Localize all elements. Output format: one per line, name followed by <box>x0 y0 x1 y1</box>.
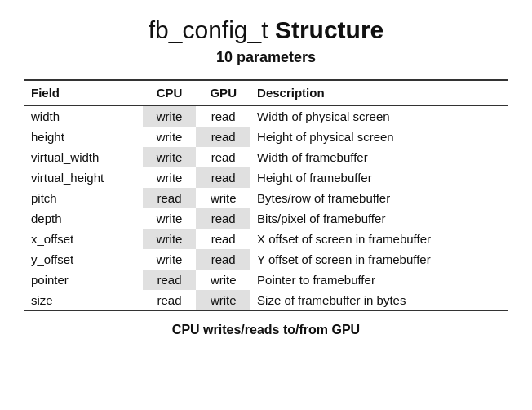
cell-desc: Bits/pixel of framebuffer <box>250 208 508 229</box>
cell-gpu: read <box>196 105 250 127</box>
cell-field: virtual_width <box>24 147 143 167</box>
cell-cpu: write <box>143 147 197 167</box>
cell-gpu: read <box>196 127 250 147</box>
cell-desc: Pointer to framebuffer <box>250 270 508 290</box>
params-table: Field CPU GPU Description widthwriteread… <box>24 81 508 310</box>
cell-field: height <box>24 127 143 147</box>
cell-desc: Bytes/row of framebuffer <box>250 188 508 208</box>
subtitle: 10 parameters <box>216 49 316 66</box>
cell-field: y_offset <box>24 249 143 270</box>
title-bold: Structure <box>275 16 383 43</box>
cell-gpu: read <box>196 229 250 249</box>
cell-gpu: write <box>196 270 250 290</box>
cell-field: depth <box>24 208 143 229</box>
cell-field: pitch <box>24 188 143 208</box>
cell-gpu: read <box>196 167 250 188</box>
table-row: x_offsetwritereadX offset of screen in f… <box>24 229 508 249</box>
table-row: heightwritereadHeight of physical screen <box>24 127 508 147</box>
table-row: widthwritereadWidth of physical screen <box>24 105 508 127</box>
cell-field: x_offset <box>24 229 143 249</box>
cell-field: pointer <box>24 270 143 290</box>
cell-desc: Y offset of screen in framebuffer <box>250 249 508 270</box>
cell-cpu: write <box>143 167 197 188</box>
cell-cpu: write <box>143 127 197 147</box>
cell-desc: Width of physical screen <box>250 105 508 127</box>
table-row: y_offsetwritereadY offset of screen in f… <box>24 249 508 270</box>
cell-cpu: read <box>143 270 197 290</box>
cell-field: virtual_height <box>24 167 143 188</box>
cell-gpu: read <box>196 147 250 167</box>
col-header-desc: Description <box>250 81 508 105</box>
table-row: virtual_heightwritereadHeight of framebu… <box>24 167 508 188</box>
cell-gpu: read <box>196 208 250 229</box>
col-header-cpu: CPU <box>143 81 197 105</box>
cell-desc: X offset of screen in framebuffer <box>250 229 508 249</box>
cell-desc: Size of framebuffer in bytes <box>250 290 508 310</box>
cell-cpu: write <box>143 249 197 270</box>
table-row: pointerreadwritePointer to framebuffer <box>24 270 508 290</box>
cell-cpu: write <box>143 105 197 127</box>
main-table-container: Field CPU GPU Description widthwriteread… <box>24 79 508 311</box>
cell-gpu: write <box>196 188 250 208</box>
cell-desc: Height of framebuffer <box>250 167 508 188</box>
cell-desc: Width of framebuffer <box>250 147 508 167</box>
col-header-field: Field <box>24 81 143 105</box>
table-row: pitchreadwriteBytes/row of framebuffer <box>24 188 508 208</box>
footer-note: CPU writes/reads to/from GPU <box>172 323 360 337</box>
table-header-row: Field CPU GPU Description <box>24 81 508 105</box>
cell-desc: Height of physical screen <box>250 127 508 147</box>
cell-gpu: write <box>196 290 250 310</box>
cell-field: size <box>24 290 143 310</box>
table-row: virtual_widthwritereadWidth of framebuff… <box>24 147 508 167</box>
table-body: widthwritereadWidth of physical screenhe… <box>24 105 508 310</box>
title-prefix: fb_config_t <box>149 16 275 43</box>
cell-cpu: write <box>143 208 197 229</box>
cell-cpu: read <box>143 290 197 310</box>
cell-cpu: read <box>143 188 197 208</box>
col-header-gpu: GPU <box>196 81 250 105</box>
table-row: depthwritereadBits/pixel of framebuffer <box>24 208 508 229</box>
cell-cpu: write <box>143 229 197 249</box>
page-title: fb_config_t Structure <box>149 16 383 44</box>
cell-gpu: read <box>196 249 250 270</box>
table-row: sizereadwriteSize of framebuffer in byte… <box>24 290 508 310</box>
cell-field: width <box>24 105 143 127</box>
